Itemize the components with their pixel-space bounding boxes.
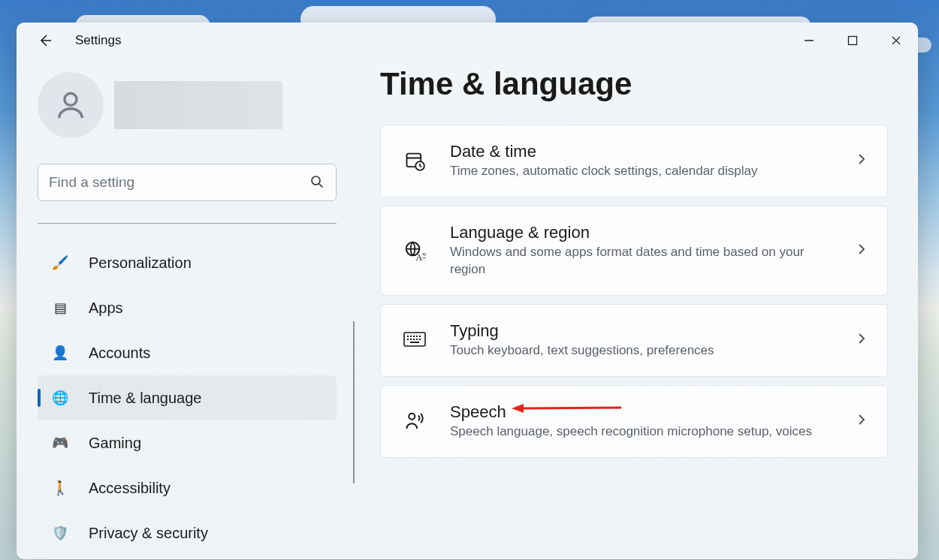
close-icon xyxy=(891,35,901,46)
card-desc: Speech language, speech recognition micr… xyxy=(450,423,833,441)
maximize-icon xyxy=(847,35,858,46)
card-title: Language & region xyxy=(450,223,833,242)
typing-icon xyxy=(402,332,427,348)
back-button[interactable] xyxy=(30,26,60,55)
svg-rect-20 xyxy=(419,339,421,340)
svg-rect-17 xyxy=(410,339,412,340)
titlebar: Settings xyxy=(17,23,918,59)
sidebar-item-time-language[interactable]: 🌐Time & language xyxy=(38,375,337,420)
svg-point-22 xyxy=(409,414,415,420)
svg-rect-18 xyxy=(413,339,415,340)
card-desc: Windows and some apps format dates and t… xyxy=(450,244,833,278)
sidebar-item-privacy[interactable]: 🛡️Privacy & security xyxy=(38,510,337,555)
accessibility-icon: 🚶 xyxy=(51,480,69,496)
avatar xyxy=(38,72,104,138)
svg-rect-11 xyxy=(407,336,409,337)
svg-rect-15 xyxy=(419,336,421,337)
sidebar-item-personalization[interactable]: 🖌️Personalization xyxy=(38,240,337,285)
svg-rect-14 xyxy=(416,336,418,337)
page-title: Time & language xyxy=(380,66,888,102)
sidebar-item-accounts[interactable]: 👤Accounts xyxy=(38,330,337,375)
apps-icon: ▤ xyxy=(51,300,69,316)
nav-list: 🖌️Personalization▤Apps👤Accounts🌐Time & l… xyxy=(38,240,347,555)
sidebar: 🖌️Personalization▤Apps👤Accounts🌐Time & l… xyxy=(17,59,362,559)
chevron-right-icon xyxy=(856,333,868,348)
card-desc: Time zones, automatic clock settings, ca… xyxy=(450,163,833,180)
card-title: Typing xyxy=(450,321,833,341)
close-button[interactable] xyxy=(874,23,918,59)
svg-rect-21 xyxy=(410,342,419,343)
profile-name-redacted xyxy=(114,81,282,129)
sidebar-item-label: Apps xyxy=(89,300,123,317)
time-language-icon: 🌐 xyxy=(51,390,69,406)
card-title: Date & time xyxy=(450,142,833,161)
sidebar-item-accessibility[interactable]: 🚶Accessibility xyxy=(38,465,337,510)
window-title: Settings xyxy=(75,33,121,48)
card-date-time[interactable]: Date & timeTime zones, automatic clock s… xyxy=(380,125,888,197)
chevron-right-icon xyxy=(856,414,868,429)
sidebar-item-label: Accounts xyxy=(89,345,150,362)
svg-rect-16 xyxy=(407,339,409,340)
profile-block[interactable] xyxy=(38,72,347,138)
card-typing[interactable]: TypingTouch keyboard, text suggestions, … xyxy=(380,304,888,377)
minimize-icon xyxy=(804,35,814,46)
card-title: Speech xyxy=(450,402,833,422)
svg-line-4 xyxy=(319,184,323,188)
sidebar-item-label: Gaming xyxy=(89,435,141,452)
lang-region-icon: A字 xyxy=(402,239,427,262)
sidebar-item-label: Privacy & security xyxy=(89,525,208,542)
personalization-icon: 🖌️ xyxy=(51,254,69,271)
person-icon xyxy=(53,88,88,122)
accounts-icon: 👤 xyxy=(51,345,69,361)
sidebar-item-label: Time & language xyxy=(89,390,201,407)
chevron-right-icon xyxy=(856,243,868,258)
card-lang-region[interactable]: A字Language & regionWindows and some apps… xyxy=(380,206,888,296)
svg-rect-19 xyxy=(416,339,418,340)
card-list: Date & timeTime zones, automatic clock s… xyxy=(380,125,888,458)
svg-rect-12 xyxy=(410,336,412,337)
search-input[interactable] xyxy=(38,164,337,201)
gaming-icon: 🎮 xyxy=(51,435,69,451)
sidebar-item-label: Accessibility xyxy=(89,480,171,497)
settings-window: Settings xyxy=(17,23,918,559)
svg-point-2 xyxy=(65,93,77,105)
svg-rect-13 xyxy=(413,336,415,337)
chevron-right-icon xyxy=(856,153,868,168)
speech-icon xyxy=(402,410,427,432)
search-icon xyxy=(309,174,325,192)
maximize-button[interactable] xyxy=(831,23,874,59)
svg-text:A字: A字 xyxy=(415,251,426,262)
scrollbar[interactable] xyxy=(353,321,355,483)
back-arrow-icon xyxy=(38,33,53,48)
date-time-icon xyxy=(402,150,427,171)
card-speech[interactable]: SpeechSpeech language, speech recognitio… xyxy=(380,385,888,458)
svg-point-3 xyxy=(312,176,320,185)
privacy-icon: 🛡️ xyxy=(51,525,69,541)
sidebar-item-label: Personalization xyxy=(89,254,192,272)
sidebar-item-gaming[interactable]: 🎮Gaming xyxy=(38,420,337,465)
main-pane: Time & language Date & timeTime zones, a… xyxy=(362,59,918,559)
svg-rect-1 xyxy=(849,37,857,45)
card-desc: Touch keyboard, text suggestions, prefer… xyxy=(450,342,833,360)
minimize-button[interactable] xyxy=(787,23,831,59)
sidebar-item-apps[interactable]: ▤Apps xyxy=(38,285,337,330)
